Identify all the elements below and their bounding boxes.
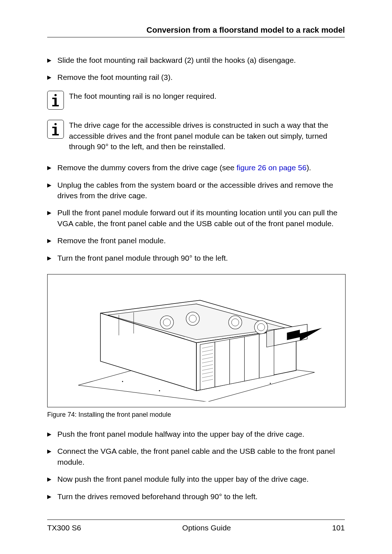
info-note: The drive cage for the accessible drives…	[47, 120, 345, 152]
step-text: Turn the drives removed beforehand throu…	[57, 491, 345, 502]
server-chassis-illustration	[60, 280, 333, 402]
cross-reference-link[interactable]: figure 26 on page 56	[237, 163, 307, 172]
step-item: ▶ Unplug the cables from the system boar…	[47, 180, 345, 201]
step-text: Turn the front panel module through 90° …	[57, 253, 345, 263]
triangle-bullet-icon: ▶	[47, 429, 57, 438]
step-text: Push the front panel module halfway into…	[57, 429, 345, 439]
triangle-bullet-icon: ▶	[47, 446, 57, 455]
info-icon	[47, 91, 64, 110]
step-item: ▶ Turn the front panel module through 90…	[47, 253, 345, 263]
figure-caption: Figure 74: Installing the front panel mo…	[47, 411, 345, 419]
svg-point-11	[229, 315, 242, 329]
svg-marker-16	[215, 339, 230, 387]
step-text: Remove the dummy covers from the drive c…	[57, 162, 345, 173]
step-item: ▶ Remove the dummy covers from the drive…	[47, 162, 345, 173]
svg-marker-15	[200, 342, 215, 390]
info-icon	[47, 120, 64, 139]
triangle-bullet-icon: ▶	[47, 72, 57, 81]
svg-point-7	[160, 315, 173, 329]
triangle-bullet-icon: ▶	[47, 474, 57, 483]
svg-marker-31	[266, 330, 274, 347]
section-title: Conversion from a floorstand model to a …	[47, 25, 345, 37]
step-item: ▶ Push the front panel module halfway in…	[47, 429, 345, 439]
triangle-bullet-icon: ▶	[47, 491, 57, 500]
svg-point-13	[254, 320, 268, 334]
page: Conversion from a floorstand model to a …	[0, 0, 392, 554]
triangle-bullet-icon: ▶	[47, 235, 57, 244]
page-footer: TX300 S6 Options Guide 101	[47, 520, 345, 532]
triangle-bullet-icon: ▶	[47, 253, 57, 262]
footer-doc-title: Options Guide	[182, 524, 231, 532]
triangle-bullet-icon: ▶	[47, 55, 57, 64]
figure-image	[47, 274, 346, 407]
info-text: The foot mounting rail is no longer requ…	[69, 91, 345, 102]
step-text: Pull the front panel module forward out …	[57, 207, 345, 229]
step-text: Now push the front panel module fully in…	[57, 474, 345, 484]
step-item: ▶ Pull the front panel module forward ou…	[47, 207, 345, 229]
svg-point-33	[122, 381, 123, 382]
figure: Figure 74: Installing the front panel mo…	[47, 274, 345, 419]
footer-model: TX300 S6	[47, 524, 81, 532]
step-text: Connect the VGA cable, the front panel c…	[57, 446, 345, 467]
svg-marker-18	[244, 334, 259, 381]
info-text: The drive cage for the accessible drives…	[69, 120, 345, 152]
footer-page-number: 101	[332, 524, 345, 532]
triangle-bullet-icon: ▶	[47, 207, 57, 216]
step-item: ▶ Now push the front panel module fully …	[47, 474, 345, 484]
step-text: Slide the foot mounting rail backward (2…	[57, 55, 345, 65]
step-text-pre: Remove the dummy covers from the drive c…	[57, 163, 237, 172]
step-text: Unplug the cables from the system board …	[57, 180, 345, 201]
svg-point-34	[159, 390, 160, 391]
info-note: The foot mounting rail is no longer requ…	[47, 91, 345, 110]
svg-point-35	[270, 383, 271, 384]
step-item: ▶ Remove the foot mounting rail (3).	[47, 72, 345, 82]
step-text: Remove the foot mounting rail (3).	[57, 72, 345, 82]
svg-marker-17	[230, 337, 245, 384]
step-item: ▶ Remove the front panel module.	[47, 235, 345, 246]
step-text: Remove the front panel module.	[57, 235, 345, 246]
svg-point-9	[186, 312, 200, 325]
step-item: ▶ Slide the foot mounting rail backward …	[47, 55, 345, 65]
triangle-bullet-icon: ▶	[47, 162, 57, 171]
step-item: ▶ Turn the drives removed beforehand thr…	[47, 491, 345, 502]
step-item: ▶ Connect the VGA cable, the front panel…	[47, 446, 345, 467]
triangle-bullet-icon: ▶	[47, 180, 57, 189]
step-text-post: ).	[306, 163, 311, 172]
